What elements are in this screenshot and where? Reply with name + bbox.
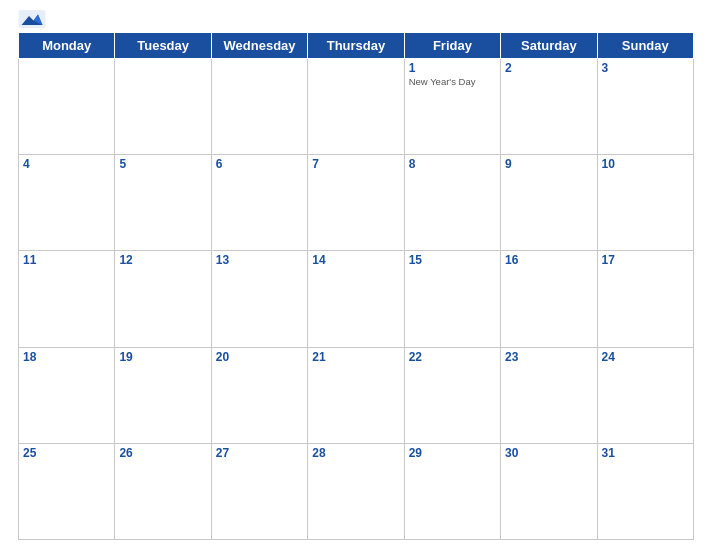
day-number: 21 (312, 350, 399, 364)
calendar-day: 5 (115, 155, 211, 251)
calendar-day: 24 (597, 347, 693, 443)
week-row-2: 45678910 (19, 155, 694, 251)
day-number: 20 (216, 350, 303, 364)
calendar-day: 16 (501, 251, 597, 347)
week-row-3: 11121314151617 (19, 251, 694, 347)
calendar-day: 12 (115, 251, 211, 347)
day-number: 9 (505, 157, 592, 171)
calendar-day: 11 (19, 251, 115, 347)
calendar-day: 27 (211, 443, 307, 539)
day-number: 17 (602, 253, 689, 267)
day-number: 3 (602, 61, 689, 75)
calendar-day: 6 (211, 155, 307, 251)
calendar-day: 15 (404, 251, 500, 347)
day-number: 15 (409, 253, 496, 267)
day-number: 5 (119, 157, 206, 171)
calendar-day: 20 (211, 347, 307, 443)
day-number: 2 (505, 61, 592, 75)
calendar-day: 25 (19, 443, 115, 539)
day-number: 18 (23, 350, 110, 364)
calendar-table: MondayTuesdayWednesdayThursdayFridaySatu… (18, 32, 694, 540)
day-number: 12 (119, 253, 206, 267)
calendar-day: 31 (597, 443, 693, 539)
calendar-day: 9 (501, 155, 597, 251)
weekday-header-wednesday: Wednesday (211, 33, 307, 59)
weekday-header-friday: Friday (404, 33, 500, 59)
calendar-day: 30 (501, 443, 597, 539)
day-number: 1 (409, 61, 496, 75)
weekday-header-saturday: Saturday (501, 33, 597, 59)
calendar-day: 19 (115, 347, 211, 443)
day-number: 24 (602, 350, 689, 364)
weekday-header-monday: Monday (19, 33, 115, 59)
day-number: 31 (602, 446, 689, 460)
day-number: 11 (23, 253, 110, 267)
weekday-header-row: MondayTuesdayWednesdayThursdayFridaySatu… (19, 33, 694, 59)
calendar-day: 22 (404, 347, 500, 443)
calendar-day: 4 (19, 155, 115, 251)
holiday-label: New Year's Day (409, 76, 496, 88)
page-header (18, 10, 694, 28)
generalblue-logo-icon (18, 10, 46, 28)
calendar-day: 21 (308, 347, 404, 443)
weekday-header-tuesday: Tuesday (115, 33, 211, 59)
calendar-day (308, 59, 404, 155)
calendar-day (19, 59, 115, 155)
calendar-day: 23 (501, 347, 597, 443)
day-number: 7 (312, 157, 399, 171)
calendar-day (211, 59, 307, 155)
week-row-5: 25262728293031 (19, 443, 694, 539)
day-number: 14 (312, 253, 399, 267)
calendar-day: 26 (115, 443, 211, 539)
calendar-day: 17 (597, 251, 693, 347)
calendar-day: 29 (404, 443, 500, 539)
day-number: 25 (23, 446, 110, 460)
day-number: 29 (409, 446, 496, 460)
day-number: 8 (409, 157, 496, 171)
day-number: 10 (602, 157, 689, 171)
calendar-day: 3 (597, 59, 693, 155)
week-row-4: 18192021222324 (19, 347, 694, 443)
calendar-day: 13 (211, 251, 307, 347)
calendar-day: 10 (597, 155, 693, 251)
calendar-day: 7 (308, 155, 404, 251)
calendar-day: 1New Year's Day (404, 59, 500, 155)
weekday-header-sunday: Sunday (597, 33, 693, 59)
day-number: 6 (216, 157, 303, 171)
weekday-header-thursday: Thursday (308, 33, 404, 59)
week-row-1: 1New Year's Day23 (19, 59, 694, 155)
day-number: 26 (119, 446, 206, 460)
day-number: 13 (216, 253, 303, 267)
day-number: 19 (119, 350, 206, 364)
day-number: 4 (23, 157, 110, 171)
calendar-day: 8 (404, 155, 500, 251)
day-number: 28 (312, 446, 399, 460)
calendar-day: 14 (308, 251, 404, 347)
day-number: 30 (505, 446, 592, 460)
calendar-day: 28 (308, 443, 404, 539)
day-number: 22 (409, 350, 496, 364)
calendar-day (115, 59, 211, 155)
calendar-day: 2 (501, 59, 597, 155)
day-number: 27 (216, 446, 303, 460)
logo-area (18, 10, 46, 28)
calendar-day: 18 (19, 347, 115, 443)
day-number: 16 (505, 253, 592, 267)
day-number: 23 (505, 350, 592, 364)
